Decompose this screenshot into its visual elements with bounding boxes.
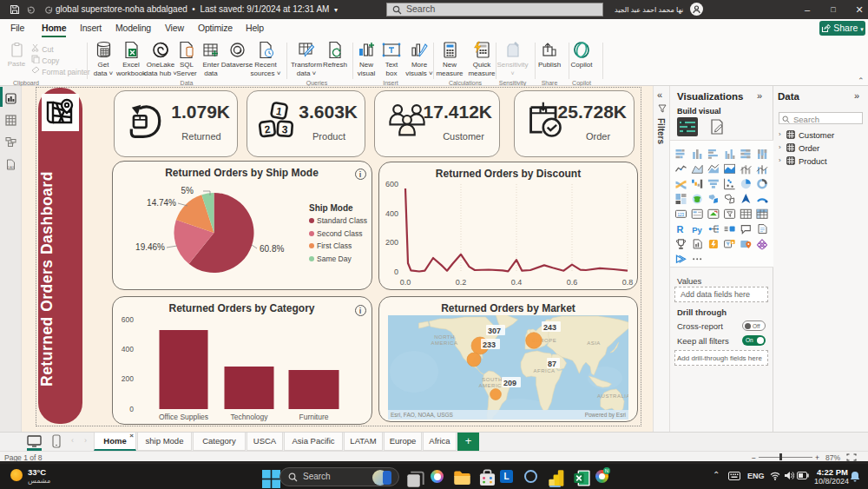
svg-text:307: 307 xyxy=(488,327,501,335)
svg-text:209: 209 xyxy=(503,379,516,387)
svg-text:400: 400 xyxy=(121,345,133,354)
svg-text:243: 243 xyxy=(543,323,556,332)
svg-text:DAX: DAX xyxy=(8,166,15,169)
svg-text:Standard Class: Standard Class xyxy=(317,216,367,225)
svg-text:Second Class: Second Class xyxy=(317,229,362,238)
svg-text:0.8: 0.8 xyxy=(622,278,634,287)
svg-text:3: 3 xyxy=(281,123,288,135)
svg-text:Office Supplies: Office Supplies xyxy=(158,413,207,421)
svg-text:14.74%: 14.74% xyxy=(147,198,176,208)
svg-text:0.0: 0.0 xyxy=(400,278,411,287)
svg-text:Ship Mode: Ship Mode xyxy=(309,203,353,213)
svg-text:AUSTRALIA: AUSTRALIA xyxy=(597,393,628,399)
svg-text:600: 600 xyxy=(385,180,398,188)
svg-text:400: 400 xyxy=(385,209,398,218)
svg-text:0.2: 0.2 xyxy=(456,278,467,287)
svg-text:60.8%: 60.8% xyxy=(260,244,284,254)
svg-text:Technology: Technology xyxy=(230,413,268,421)
svg-text:0: 0 xyxy=(129,405,134,413)
svg-text:200: 200 xyxy=(385,238,398,247)
svg-text:0: 0 xyxy=(394,268,398,276)
svg-text:Esri, FAO, NOAA, USGS: Esri, FAO, NOAA, USGS xyxy=(391,412,454,418)
svg-text:Py: Py xyxy=(692,225,702,235)
svg-text:First Class: First Class xyxy=(317,241,352,250)
svg-text:87: 87 xyxy=(548,360,556,368)
svg-text:Same Day: Same Day xyxy=(317,254,352,263)
svg-text:19.46%: 19.46% xyxy=(135,242,165,252)
svg-text:200: 200 xyxy=(121,374,133,383)
svg-text:Furniture: Furniture xyxy=(299,413,328,421)
svg-text:AFRICA: AFRICA xyxy=(533,368,555,373)
svg-text:AMERICA: AMERICA xyxy=(431,340,458,346)
svg-text:5%: 5% xyxy=(181,186,194,195)
svg-text:123: 123 xyxy=(678,213,685,217)
svg-text:0.4: 0.4 xyxy=(511,278,523,287)
svg-text:0.6: 0.6 xyxy=(567,278,578,287)
svg-text:ASIA: ASIA xyxy=(587,340,601,346)
svg-text:NORTH: NORTH xyxy=(434,334,455,340)
svg-text:R: R xyxy=(677,224,684,235)
svg-text:SOUTH: SOUTH xyxy=(482,377,503,382)
svg-text:AMERICA: AMERICA xyxy=(479,383,506,388)
svg-text:Powered by Esri: Powered by Esri xyxy=(585,412,626,419)
svg-text:600: 600 xyxy=(121,315,133,324)
svg-text:233: 233 xyxy=(483,340,496,349)
